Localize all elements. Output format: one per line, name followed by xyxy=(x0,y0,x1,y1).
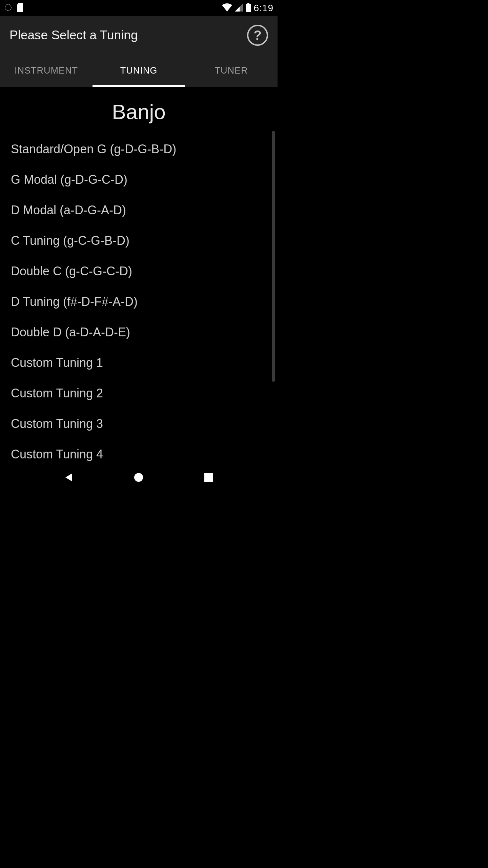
svg-point-0 xyxy=(5,4,11,11)
page-title: Please Select a Tuning xyxy=(9,28,138,42)
battery-icon xyxy=(246,3,251,14)
back-icon xyxy=(64,472,74,483)
tuning-item-standard-open-g[interactable]: Standard/Open G (g-D-G-B-D) xyxy=(11,134,267,164)
loading-icon xyxy=(4,3,12,13)
tuning-item-custom-3[interactable]: Custom Tuning 3 xyxy=(11,409,267,439)
tuning-item-d-modal[interactable]: D Modal (a-D-G-A-D) xyxy=(11,195,267,225)
tuning-item-c-tuning[interactable]: C Tuning (g-C-G-B-D) xyxy=(11,225,267,256)
status-time: 6:19 xyxy=(254,3,274,14)
svg-rect-1 xyxy=(247,3,249,4)
svg-rect-2 xyxy=(246,4,251,12)
tuning-item-custom-4[interactable]: Custom Tuning 4 xyxy=(11,439,267,461)
status-right: 6:19 xyxy=(222,3,274,14)
tuning-item-d-tuning[interactable]: D Tuning (f#-D-F#-A-D) xyxy=(11,287,267,317)
status-bar: 6:19 xyxy=(0,0,278,16)
tab-instrument[interactable]: INSTRUMENT xyxy=(0,54,93,87)
back-button[interactable] xyxy=(62,471,76,484)
tab-tuning[interactable]: TUNING xyxy=(93,54,185,87)
recent-apps-button[interactable] xyxy=(202,471,216,484)
svg-rect-4 xyxy=(204,473,213,482)
content-area: Banjo Standard/Open G (g-D-G-B-D) G Moda… xyxy=(0,87,278,461)
tuning-item-g-modal[interactable]: G Modal (g-D-G-C-D) xyxy=(11,164,267,195)
help-icon: ? xyxy=(253,28,261,43)
tuning-item-double-d[interactable]: Double D (a-D-A-D-E) xyxy=(11,317,267,348)
sd-card-icon xyxy=(17,3,24,13)
signal-icon xyxy=(235,3,243,13)
instrument-heading: Banjo xyxy=(0,87,278,134)
tuning-list: Standard/Open G (g-D-G-B-D) G Modal (g-D… xyxy=(0,134,278,461)
svg-point-3 xyxy=(134,473,143,482)
recent-icon xyxy=(204,473,213,482)
home-button[interactable] xyxy=(132,471,145,484)
home-icon xyxy=(134,472,144,482)
tab-tuner[interactable]: TUNER xyxy=(185,54,278,87)
help-button[interactable]: ? xyxy=(247,25,268,46)
status-left xyxy=(4,3,24,13)
toolbar: Please Select a Tuning ? xyxy=(0,16,278,54)
tab-bar: INSTRUMENT TUNING TUNER xyxy=(0,54,278,87)
wifi-icon xyxy=(222,3,232,13)
tuning-item-custom-1[interactable]: Custom Tuning 1 xyxy=(11,348,267,378)
tuning-item-double-c[interactable]: Double C (g-C-G-C-D) xyxy=(11,256,267,287)
navigation-bar xyxy=(0,461,278,494)
scrollbar[interactable] xyxy=(272,131,275,382)
tuning-item-custom-2[interactable]: Custom Tuning 2 xyxy=(11,378,267,409)
